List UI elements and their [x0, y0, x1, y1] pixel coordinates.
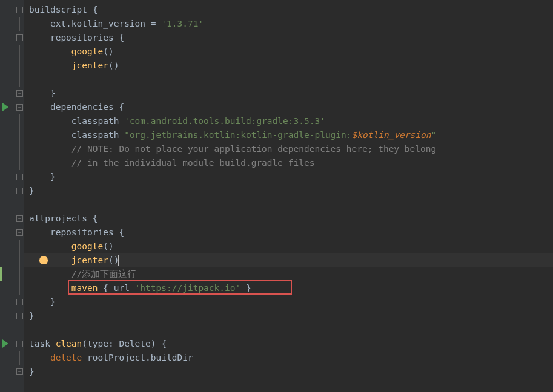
- code-token-brace: }: [240, 283, 251, 293]
- indent: [29, 19, 50, 28]
- code-token-brace: {: [114, 33, 124, 42]
- gutter-line: −: [0, 226, 24, 240]
- fold-toggle-icon[interactable]: −: [16, 188, 23, 194]
- indent: [29, 60, 71, 70]
- fold-toggle-icon[interactable]: −: [16, 34, 23, 41]
- code-line[interactable]: google(): [24, 240, 553, 253]
- code-line[interactable]: [24, 198, 553, 212]
- indent: [29, 116, 71, 126]
- code-line[interactable]: }: [24, 295, 553, 309]
- code-line[interactable]: }: [24, 365, 553, 379]
- code-token-identifier: repositories: [50, 227, 114, 237]
- indent: [29, 130, 71, 140]
- code-line[interactable]: }: [24, 184, 553, 198]
- code-token-brace: (): [108, 255, 119, 265]
- fold-toggle-icon[interactable]: −: [16, 368, 23, 375]
- code-token-identifier: classpath: [71, 116, 124, 126]
- code-line[interactable]: task clean(type: Delete) {: [24, 337, 553, 351]
- fold-guide: [19, 156, 20, 170]
- fold-toggle-icon[interactable]: −: [16, 299, 23, 305]
- fold-toggle-icon[interactable]: −: [16, 341, 23, 347]
- code-line[interactable]: allprojects {: [24, 212, 553, 226]
- code-line[interactable]: [24, 73, 553, 87]
- code-line[interactable]: google(): [24, 45, 553, 59]
- gutter-line: [0, 198, 24, 212]
- gutter-line: [0, 17, 24, 31]
- gutter-line: −: [0, 337, 24, 351]
- fold-toggle-icon[interactable]: −: [16, 174, 23, 180]
- code-token-brace: }: [29, 186, 35, 195]
- code-token-method: google: [71, 241, 103, 251]
- fold-guide: [19, 240, 20, 253]
- indent: [29, 269, 71, 279]
- code-line[interactable]: [24, 323, 553, 337]
- indent: [29, 74, 71, 84]
- code-token-brace: {: [87, 214, 98, 223]
- code-token-identifier: buildDir: [151, 353, 193, 362]
- code-token-comment: //添加下面这行: [71, 269, 136, 279]
- gutter-line: −: [0, 184, 24, 198]
- run-gutter-icon[interactable]: [2, 339, 8, 348]
- code-editor[interactable]: −−−−−−−−−−−− buildscript { ext.kotlin_ve…: [0, 0, 553, 392]
- fold-toggle-icon[interactable]: −: [16, 215, 23, 222]
- code-line[interactable]: jcenter(): [24, 253, 553, 267]
- fold-guide: [19, 253, 20, 267]
- gutter-line: [0, 323, 24, 337]
- code-token-string: 'com.android.tools.build:gradle:3.5.3': [124, 116, 325, 126]
- code-line[interactable]: }: [24, 309, 553, 323]
- gutter-line: −: [0, 295, 24, 309]
- code-token-identifier: buildscript: [29, 5, 87, 15]
- indent: [29, 88, 50, 98]
- fold-toggle-icon[interactable]: −: [16, 7, 23, 13]
- indent: [29, 353, 50, 362]
- code-line[interactable]: classpath 'com.android.tools.build:gradl…: [24, 114, 553, 128]
- code-token-brace: .: [145, 353, 151, 362]
- code-line[interactable]: dependencies {: [24, 100, 553, 114]
- code-token-string: '1.3.71': [161, 19, 204, 28]
- gutter-line: [0, 114, 24, 128]
- code-line[interactable]: // NOTE: Do not place your application d…: [24, 142, 553, 156]
- code-token-identifier: task: [29, 339, 56, 348]
- change-marker: [0, 267, 2, 281]
- fold-guide: [19, 59, 20, 73]
- indent: [29, 283, 71, 293]
- code-token-brace: }: [50, 297, 56, 307]
- code-token-identifier: classpath: [71, 130, 124, 140]
- text-caret: [118, 255, 119, 266]
- run-gutter-icon[interactable]: [2, 103, 8, 111]
- gutter-line: [0, 45, 24, 59]
- code-line[interactable]: // in the individual module build.gradle…: [24, 156, 553, 170]
- code-token-brace: ) {: [151, 339, 167, 348]
- code-token-brace: }: [50, 172, 56, 181]
- code-line[interactable]: repositories {: [24, 31, 553, 45]
- fold-toggle-icon[interactable]: −: [16, 104, 23, 111]
- code-line[interactable]: //添加下面这行: [24, 267, 553, 281]
- gutter-line: −: [0, 309, 24, 323]
- gutter-line: −: [0, 100, 24, 114]
- code-line[interactable]: maven { url 'https://jitpack.io' }: [24, 281, 553, 295]
- code-token-method: clean: [56, 339, 82, 348]
- code-line[interactable]: classpath "org.jetbrains.kotlin:kotlin-g…: [24, 128, 553, 142]
- gutter-line: [0, 253, 24, 267]
- gutter-line: [0, 281, 24, 295]
- fold-toggle-icon[interactable]: −: [16, 90, 23, 97]
- fold-toggle-icon[interactable]: −: [16, 229, 23, 236]
- gutter-line: −: [0, 87, 24, 100]
- code-line[interactable]: delete rootProject.buildDir: [24, 351, 553, 365]
- code-line[interactable]: }: [24, 170, 553, 184]
- code-token-string: "org.jetbrains.kotlin:kotlin-gradle-plug…: [124, 130, 351, 140]
- indent: [29, 158, 71, 168]
- code-line[interactable]: repositories {: [24, 226, 553, 240]
- code-line[interactable]: jcenter(): [24, 59, 553, 73]
- code-line[interactable]: }: [24, 87, 553, 100]
- fold-guide: [19, 142, 20, 156]
- code-token-identifier: ext.: [50, 19, 71, 28]
- code-line[interactable]: buildscript {: [24, 3, 553, 17]
- code-token-brace: (): [108, 60, 119, 70]
- code-line[interactable]: ext.kotlin_version = '1.3.71': [24, 17, 553, 31]
- code-area[interactable]: buildscript { ext.kotlin_version = '1.3.…: [24, 0, 553, 392]
- code-token-method: maven: [71, 283, 98, 293]
- indent: [29, 144, 71, 154]
- intention-bulb-icon[interactable]: [39, 256, 48, 264]
- fold-toggle-icon[interactable]: −: [16, 313, 23, 319]
